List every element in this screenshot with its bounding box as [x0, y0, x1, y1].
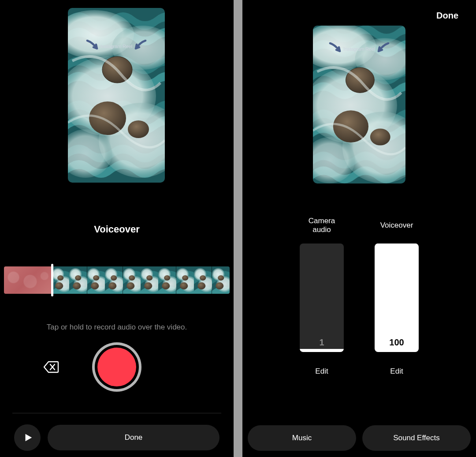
timeline-frame [141, 266, 158, 294]
timeline-frame [105, 266, 123, 294]
arrow-down-right-icon [86, 40, 99, 53]
channel-label: Voiceover [380, 215, 413, 236]
sound-effects-button[interactable]: Sound Effects [362, 425, 471, 451]
camera-audio-slider[interactable]: 1 [300, 243, 344, 352]
play-button[interactable] [14, 424, 41, 451]
pane-divider [234, 0, 242, 457]
audio-mixer: Camera audio 1 Edit Voiceover 100 Edit [242, 215, 476, 376]
arrow-down-left-icon [377, 42, 390, 56]
timeline-frame [69, 266, 87, 294]
voiceover-channel: Voiceover 100 Edit [369, 215, 424, 376]
arrow-down-right-icon [328, 42, 342, 56]
slider-handle[interactable] [300, 349, 344, 351]
timeline-frame [123, 266, 141, 294]
thumbnail-overlay-text: Instagram Reel [343, 46, 375, 52]
done-button[interactable]: Done [436, 11, 458, 21]
slider-handle[interactable] [375, 243, 419, 244]
slider-value: 1 [300, 337, 344, 348]
timeline-frames [52, 266, 230, 294]
camera-audio-channel: Camera audio 1 Edit [294, 215, 349, 376]
channel-label: Camera audio [309, 215, 335, 236]
arrow-down-left-icon [134, 40, 147, 53]
timeline-frame [158, 266, 176, 294]
play-icon [23, 433, 33, 442]
voiceover-screen: Instagram Reel Voiceover Tap or hold to … [0, 0, 234, 457]
record-icon [97, 348, 136, 386]
thumbnail-overlay-text: Instagram Reel [100, 44, 132, 49]
audio-mix-screen: Done Instagram Reel Camera audio 1 [242, 0, 476, 457]
edit-camera-audio-button[interactable]: Edit [315, 367, 328, 376]
timeline-playhead[interactable] [51, 264, 53, 296]
separator [12, 413, 221, 413]
record-button[interactable] [92, 342, 141, 392]
video-thumbnail: Instagram Reel [68, 8, 165, 183]
timeline-frame [87, 266, 105, 294]
video-thumbnail: Instagram Reel [313, 26, 405, 184]
slider-value: 100 [375, 337, 419, 348]
done-button[interactable]: Done [48, 425, 219, 450]
timeline-frame [212, 266, 230, 294]
delete-recording-button[interactable] [43, 359, 59, 375]
timeline-frame [194, 266, 212, 294]
timeline-frame [176, 266, 194, 294]
edit-voiceover-button[interactable]: Edit [390, 367, 403, 376]
timeline-frame [52, 266, 69, 294]
screen-title: Voiceover [0, 224, 234, 235]
timeline[interactable] [4, 266, 230, 294]
music-button[interactable]: Music [248, 425, 356, 451]
timeline-recorded-region [4, 266, 52, 294]
record-hint: Tap or hold to record audio over the vid… [0, 323, 234, 332]
voiceover-slider[interactable]: 100 [375, 243, 419, 352]
